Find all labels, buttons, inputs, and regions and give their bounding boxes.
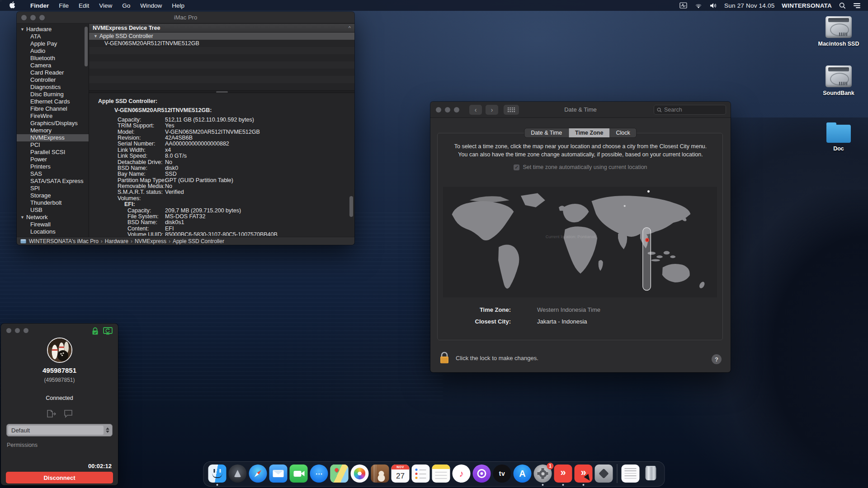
sidebar-section-hardware[interactable]: ▼Hardware xyxy=(17,26,89,33)
dock-icon-messages[interactable]: ⋯ xyxy=(310,465,328,483)
dock-icon-reminders[interactable] xyxy=(412,465,430,483)
dock-icon-mail[interactable] xyxy=(269,465,288,483)
dock-icon-trash[interactable] xyxy=(642,465,660,483)
sidebar-item-graphics-displays[interactable]: Graphics/Displays xyxy=(17,120,89,127)
sidebar-item-card-reader[interactable]: Card Reader xyxy=(17,69,89,76)
sidebar-item-nvmexpress[interactable]: NVMExpress xyxy=(17,134,89,141)
tab-clock[interactable]: Clock xyxy=(609,128,636,137)
sidebar-item-printers[interactable]: Printers xyxy=(17,163,89,170)
disclosure-triangle-icon[interactable]: ▼ xyxy=(94,33,98,40)
breadcrumb-part[interactable]: Apple SSD Controller xyxy=(173,238,224,244)
dock-icon-contacts[interactable] xyxy=(371,465,389,483)
menu-username[interactable]: WINTERSONATA xyxy=(782,2,832,9)
sidebar-item-diagnostics[interactable]: Diagnostics xyxy=(17,84,89,91)
system-information-titlebar[interactable]: iMac Pro xyxy=(17,12,354,23)
details-scrollbar[interactable] xyxy=(349,196,353,217)
help-button[interactable]: ? xyxy=(712,354,722,364)
show-all-button[interactable] xyxy=(504,105,519,115)
menu-item-edit[interactable]: Edit xyxy=(74,2,94,9)
sidebar-item-bluetooth[interactable]: Bluetooth xyxy=(17,55,89,62)
chat-icon[interactable] xyxy=(64,409,73,418)
disclosure-triangle-icon[interactable]: ▼ xyxy=(20,214,24,221)
sidebar-item-fibre-channel[interactable]: Fibre Channel xyxy=(17,105,89,113)
menu-item-help[interactable]: Help xyxy=(167,2,189,9)
tree-row-v-gen06sm20ar512itnvme512gb[interactable]: V-GEN06SM20AR512ITNVME512GB xyxy=(89,40,354,47)
sidebar-item-memory[interactable]: Memory xyxy=(17,127,89,134)
sidebar-item-ata[interactable]: ATA xyxy=(17,33,89,40)
sidebar-scrollbar[interactable] xyxy=(85,27,88,66)
sidebar-item-firewall[interactable]: Firewall xyxy=(17,221,89,228)
sidebar-item-audio[interactable]: Audio xyxy=(17,47,89,55)
sidebar-item-power[interactable]: Power xyxy=(17,156,89,163)
wifi-menu-icon[interactable] xyxy=(694,3,703,9)
sidebar-item-controller[interactable]: Controller xyxy=(17,76,89,84)
activity-monitor-menu-icon[interactable] xyxy=(679,2,687,9)
world-map[interactable]: Current location: Pontianak xyxy=(443,186,717,298)
sidebar-item-usb[interactable]: USB xyxy=(17,206,89,214)
sidebar-section-network[interactable]: ▼Network xyxy=(17,214,89,221)
desktop-icon-soundbank[interactable]: SoundBank xyxy=(811,66,866,96)
sidebar-item-apple-pay[interactable]: Apple Pay xyxy=(17,40,89,47)
dock-icon-music[interactable]: ♪ xyxy=(453,465,471,483)
dock-icon-facetime[interactable] xyxy=(290,465,308,483)
closest-city-value[interactable]: Jakarta - Indonesia xyxy=(537,318,587,325)
dock-icon-system-preferences[interactable]: 1 xyxy=(534,465,552,483)
disclosure-triangle-icon[interactable]: ▼ xyxy=(20,26,24,33)
time-zone-map[interactable]: Current location: Pontianak xyxy=(443,186,717,298)
sidebar-item-pci[interactable]: PCI xyxy=(17,141,89,149)
sidebar-item-sata-sata-express[interactable]: SATA/SATA Express xyxy=(17,178,89,185)
menu-item-view[interactable]: View xyxy=(94,2,117,9)
dock-icon-notes[interactable] xyxy=(432,465,450,483)
desktop-icon-doc[interactable]: Doc xyxy=(811,122,866,152)
dock-icon-tv[interactable]: tv xyxy=(493,465,511,483)
dock-icon-anydesk-cursor[interactable]: » xyxy=(575,465,593,483)
sidebar-item-spi[interactable]: SPI xyxy=(17,185,89,192)
volume-menu-icon[interactable] xyxy=(710,3,717,9)
permission-profile-select[interactable]: Default xyxy=(6,424,113,436)
desktop-icon-macintosh-ssd[interactable]: Macintosh SSD xyxy=(811,16,866,47)
city-dot[interactable] xyxy=(647,190,650,192)
sidebar-item-firewire[interactable]: FireWire xyxy=(17,113,89,120)
menu-item-file[interactable]: File xyxy=(54,2,74,9)
menu-item-window[interactable]: Window xyxy=(135,2,167,9)
breadcrumb-part[interactable]: WINTERSONATA's iMac Pro xyxy=(29,238,99,244)
city-dot[interactable] xyxy=(624,205,626,207)
sidebar-item-thunderbolt[interactable]: Thunderbolt xyxy=(17,199,89,206)
dock-icon-maps[interactable] xyxy=(330,465,349,483)
sidebar-item-ethernet-cards[interactable]: Ethernet Cards xyxy=(17,98,89,105)
dock-icon-textedit[interactable] xyxy=(622,465,640,483)
zoom-button[interactable] xyxy=(24,328,28,333)
dock-icon-anydesk[interactable]: » xyxy=(554,465,572,483)
disconnect-button[interactable]: Disconnect xyxy=(6,472,113,483)
dock-icon-utility[interactable] xyxy=(595,465,613,483)
dock-icon-podcasts[interactable] xyxy=(473,465,491,483)
minimize-button[interactable] xyxy=(15,328,20,333)
dock-icon-launchpad[interactable] xyxy=(229,465,247,483)
search-field[interactable]: Search xyxy=(654,105,726,115)
close-button[interactable] xyxy=(6,328,11,333)
spotlight-icon[interactable] xyxy=(839,2,846,9)
breadcrumb-part[interactable]: Hardware xyxy=(105,238,128,244)
menu-item-go[interactable]: Go xyxy=(117,2,135,9)
dock-icon-photos[interactable] xyxy=(351,465,369,483)
date-time-toolbar[interactable]: Date & Time ‹ › Search xyxy=(430,102,731,118)
dock-icon-safari[interactable] xyxy=(249,465,267,483)
breadcrumb-part[interactable]: NVMExpress xyxy=(135,238,166,244)
file-transfer-icon[interactable] xyxy=(47,409,57,418)
auto-timezone-checkbox[interactable]: ✓ xyxy=(514,164,519,170)
apple-menu-icon[interactable] xyxy=(9,1,15,10)
menu-item-finder[interactable]: Finder xyxy=(25,2,54,9)
menu-clock[interactable]: Sun 27 Nov 14.05 xyxy=(724,2,774,9)
sidebar-item-camera[interactable]: Camera xyxy=(17,62,89,69)
device-tree-header[interactable]: NVMExpress Device Tree ^ xyxy=(89,24,354,33)
dock-icon-finder[interactable] xyxy=(208,465,226,483)
tree-row-apple-ssd-controller[interactable]: ▼Apple SSD Controller xyxy=(89,33,354,40)
sidebar-item-storage[interactable]: Storage xyxy=(17,192,89,199)
sidebar-item-disc-burning[interactable]: Disc Burning xyxy=(17,91,89,98)
tab-time-zone[interactable]: Time Zone xyxy=(569,128,609,137)
sidebar-item-locations[interactable]: Locations xyxy=(17,228,89,235)
sidebar-item-parallel-scsi[interactable]: Parallel SCSI xyxy=(17,149,89,156)
collapse-chevron-icon[interactable]: ^ xyxy=(349,24,351,33)
tab-date-time[interactable]: Date & Time xyxy=(524,128,569,137)
lock-icon[interactable] xyxy=(439,352,449,364)
